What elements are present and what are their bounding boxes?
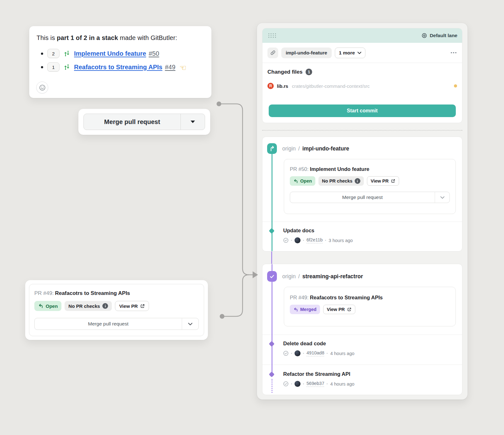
changed-files-header: Changed files 1	[267, 69, 457, 75]
external-link-icon	[140, 304, 145, 308]
info-icon[interactable]	[355, 178, 360, 184]
stack-pr-list: 2 Implement Undo feature #50 1	[37, 49, 204, 72]
changed-files-section: Changed files 1 R lib.rs crates/gitbutle…	[262, 63, 462, 89]
branch-header: origin/impl-undo-feature	[262, 137, 462, 154]
dot-separator	[325, 240, 326, 241]
checks-badge: No PR checks	[318, 176, 364, 186]
rust-file-icon: R	[267, 83, 274, 89]
commit-row-refactor-streaming-api[interactable]: Refactor the Streaming API 569eb37 4 hou…	[262, 365, 462, 387]
merge-options-dropdown[interactable]	[182, 318, 198, 330]
chevron-down-icon	[358, 52, 361, 54]
stack-position-badge: 2	[47, 49, 60, 58]
external-link-icon	[391, 179, 395, 183]
commit-time: 4 hours ago	[330, 351, 354, 356]
merge-split-button: Merge pull request	[83, 114, 205, 130]
pr-badges: Open No PR checks View PR	[290, 176, 450, 186]
dot-separator	[327, 383, 328, 384]
chevron-down-icon	[191, 121, 195, 123]
emoji-reaction-button[interactable]	[36, 82, 48, 93]
merge-split-button: Merge pull request	[34, 318, 199, 330]
target-icon	[421, 33, 427, 38]
dot-separator	[291, 383, 292, 384]
merge-pull-request-button[interactable]: Merge pull request	[84, 114, 180, 130]
merge-button-card: Merge pull request	[78, 109, 210, 135]
dependent-branch-icon	[267, 48, 278, 58]
file-row[interactable]: R lib.rs crates/gitbutler-command-contex…	[267, 83, 457, 89]
pull-request-icon	[293, 179, 298, 184]
pr50-card: PR #50:Implement Undo feature Open No PR…	[284, 159, 456, 214]
branch-header: origin/streaming-api-refactror	[262, 264, 462, 282]
commit-hash-link[interactable]: 569eb37	[306, 381, 324, 387]
commit-graph-line	[271, 251, 272, 264]
more-branches-dropdown[interactable]: 1 more	[335, 48, 365, 58]
dot-separator	[291, 240, 292, 241]
pr49-card-lane: PR #49:Reafacotrs to Streaming APIs Merg…	[284, 287, 456, 326]
status-badge-open: Open	[290, 176, 315, 186]
merge-options-dropdown[interactable]	[435, 192, 450, 203]
view-pr-button[interactable]: View PR	[323, 305, 355, 314]
commit-hash-link[interactable]: 4910ad8	[306, 350, 324, 356]
integrated-branch-icon	[267, 271, 277, 282]
drag-handle[interactable]	[267, 32, 277, 39]
pr-badges: Open No PR checks View PR	[34, 301, 199, 311]
merge-pull-request-button[interactable]: Merge pull request	[35, 318, 182, 330]
dot-separator	[303, 353, 304, 354]
start-commit-button[interactable]: Start commit	[269, 105, 456, 117]
bullet-icon	[41, 66, 43, 68]
branch-section-streaming-api-refactror: origin/streaming-api-refactror PR #49:Re…	[262, 264, 462, 395]
stack-comment-card: This is part 1 of 2 in a stack made with…	[29, 26, 212, 98]
commit-meta: 6f2e11b 3 hours ago	[283, 237, 456, 243]
status-badge-merged: Merged	[290, 305, 320, 314]
external-link-icon	[347, 307, 352, 312]
pull-request-icon	[293, 307, 298, 312]
lane-header: Default lane	[262, 28, 462, 43]
commit-meta: 4910ad8 4 hours ago	[283, 350, 456, 356]
commit-dot-icon	[269, 341, 274, 347]
chevron-down-icon	[188, 323, 192, 325]
commit-row-delete-dead-code[interactable]: Delete dead code 4910ad8 4 hours ago	[262, 335, 462, 364]
pr49-inner-card: PR #49:Reafacotrs to Streaming APIs Open…	[29, 284, 204, 336]
chevron-down-icon	[440, 196, 444, 199]
check-circle-icon	[283, 351, 289, 356]
pr-link-streaming-apis[interactable]: Reafacotrs to Streaming APIs #49	[74, 64, 175, 71]
pr-title: PR #50:Implement Undo feature	[290, 166, 450, 172]
stack-position-badge: 1	[47, 62, 60, 72]
commit-row-update-docs[interactable]: Update docs 6f2e11b 3 hours ago	[262, 222, 462, 251]
dot-separator	[291, 353, 292, 354]
commit-time: 3 hours ago	[329, 238, 353, 243]
check-circle-icon	[283, 381, 289, 387]
pointing-hand-emoji: ☜	[180, 64, 186, 72]
list-item: 2 Implement Undo feature #50	[41, 49, 204, 58]
branch-chip[interactable]: impl-undo-feature	[281, 48, 332, 58]
dot-separator	[303, 383, 304, 384]
avatar	[295, 350, 301, 356]
pr-title: PR #49:Reafacotrs to Streaming APIs	[290, 295, 450, 301]
branch-name[interactable]: origin/streaming-api-refactror	[282, 273, 363, 280]
avatar	[295, 237, 301, 243]
smiley-icon	[39, 84, 46, 91]
pr49-detail-card: PR #49:Reafacotrs to Streaming APIs Open…	[25, 280, 208, 340]
default-lane-panel: Default lane impl-undo-feature 1 more Ch…	[257, 23, 468, 400]
merge-options-dropdown[interactable]	[181, 114, 205, 130]
merge-split-button: Merge pull request	[290, 192, 450, 203]
kebab-menu-icon[interactable]	[450, 50, 457, 56]
info-icon[interactable]	[102, 303, 108, 309]
pr-link-implement-undo[interactable]: Implement Undo feature #50	[74, 50, 159, 57]
remote-branch-icon	[267, 143, 277, 154]
commit-dot-icon	[269, 228, 274, 234]
commit-meta: 569eb37 4 hours ago	[283, 381, 456, 387]
status-badge-open: Open	[34, 301, 61, 311]
pull-request-icon	[38, 303, 43, 308]
view-pr-button[interactable]: View PR	[367, 176, 399, 186]
dot-separator	[327, 353, 328, 354]
changed-files-count: 1	[306, 69, 312, 75]
merge-pull-request-button[interactable]: Merge pull request	[290, 192, 435, 203]
check-circle-icon	[283, 238, 289, 243]
stack-intro-text: This is part 1 of 2 in a stack made with…	[37, 34, 204, 42]
view-pr-button[interactable]: View PR	[115, 301, 149, 311]
commit-hash-link[interactable]: 6f2e11b	[306, 237, 323, 243]
pr-title: PR #49:Reafacotrs to Streaming APIs	[34, 290, 199, 297]
branch-name[interactable]: origin/impl-undo-feature	[282, 145, 349, 152]
dot-separator	[303, 240, 304, 241]
bullet-icon	[41, 53, 43, 55]
